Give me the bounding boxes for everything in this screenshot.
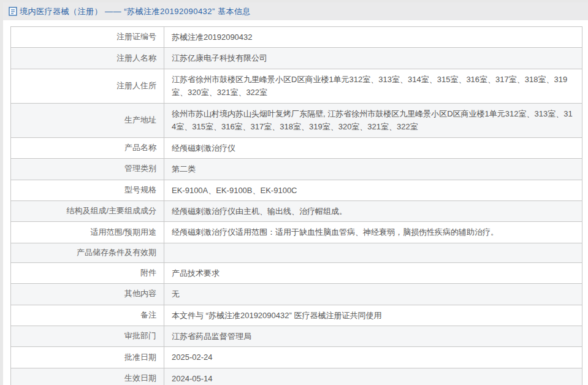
row-value: 产品技术要求 [164, 262, 582, 283]
row-structure-composition: 结构及组成/主要组成成分 经颅磁刺激治疗仪由主机、输出线、治疗帽组成。 [11, 200, 582, 221]
row-registration-number: 注册证编号 苏械注准20192090432 [11, 27, 582, 48]
registration-info-table: 注册证编号 苏械注准20192090432 注册人名称 江苏亿康电子科技有限公司… [10, 26, 582, 385]
row-storage-conditions: 产品储存条件及有效期 [11, 243, 582, 262]
row-model-spec: 型号规格 EK-9100A、EK-9100B、EK-9100C [11, 180, 582, 200]
row-value: 经颅磁刺激治疗仪 [164, 137, 582, 158]
row-label: 适用范围/预期用途 [11, 222, 164, 243]
row-value: 苏械注准20192090432 [164, 27, 582, 48]
row-label: 其他内容 [11, 284, 164, 305]
row-value: 经颅磁刺激治疗仪由主机、输出线、治疗帽组成。 [164, 200, 582, 221]
row-approval-date: 批准日期 2025-02-24 [11, 347, 582, 368]
row-approval-department: 审批部门 江苏省药品监督管理局 [11, 326, 582, 346]
page-header: 境内医疗器械（注册） —— “苏械注准20192090432” 基本信息 [3, 2, 588, 20]
row-label: 批准日期 [11, 347, 164, 368]
row-label: 注册证编号 [11, 27, 164, 48]
row-registrant-name: 注册人名称 江苏亿康电子科技有限公司 [11, 48, 582, 69]
row-value: 无 [164, 284, 582, 305]
row-value: EK-9100A、EK-9100B、EK-9100C [164, 180, 582, 200]
row-other-content: 其他内容 无 [11, 284, 582, 305]
row-label: 附件 [11, 262, 164, 283]
row-remarks: 备注 本文件与 “苏械注准20192090432” 医疗器械注册证共同使用 [11, 305, 582, 326]
row-effective-date: 生效日期 2024-05-14 [11, 368, 582, 385]
row-attachment: 附件 产品技术要求 [11, 262, 582, 283]
row-label: 管理类别 [11, 159, 164, 180]
content-card: 境内医疗器械（注册） —— “苏械注准20192090432” 基本信息 注册证… [3, 2, 588, 385]
row-value: 本文件与 “苏械注准20192090432” 医疗器械注册证共同使用 [164, 305, 582, 326]
row-label: 审批部门 [11, 326, 164, 346]
row-registrant-address: 注册人住所 江苏省徐州市鼓楼区九里峰景小区D区商业楼1单元312室、313室、3… [11, 69, 582, 103]
row-label: 产品储存条件及有效期 [11, 243, 164, 262]
row-value: 2024-05-14 [164, 368, 582, 385]
row-value [164, 243, 582, 262]
row-value: 经颅磁刺激治疗仪适用范围：适用于缺血性脑血管病、神经衰弱，脑损伤性疾病的辅助治疗… [164, 222, 582, 243]
row-intended-use: 适用范围/预期用途 经颅磁刺激治疗仪适用范围：适用于缺血性脑血管病、神经衰弱，脑… [11, 222, 582, 243]
row-label: 注册人住所 [11, 69, 164, 103]
row-label: 备注 [11, 305, 164, 326]
row-label: 生产地址 [11, 103, 164, 137]
row-label: 型号规格 [11, 180, 164, 200]
row-value: 江苏省徐州市鼓楼区九里峰景小区D区商业楼1单元312室、313室、314室、31… [164, 69, 582, 103]
row-value: 2025-02-24 [164, 347, 582, 368]
document-icon [9, 7, 17, 16]
row-product-name: 产品名称 经颅磁刺激治疗仪 [11, 137, 582, 158]
row-label: 结构及组成/主要组成成分 [11, 200, 164, 221]
row-value: 江苏省药品监督管理局 [164, 326, 582, 346]
row-label: 生效日期 [11, 368, 164, 385]
row-label: 注册人名称 [11, 48, 164, 69]
row-value: 徐州市苏山村境内苏山头烟叶复烤厂东隔壁, 江苏省徐州市鼓楼区九里峰景小区D区商业… [164, 103, 582, 137]
row-production-address: 生产地址 徐州市苏山村境内苏山头烟叶复烤厂东隔壁, 江苏省徐州市鼓楼区九里峰景小… [11, 103, 582, 137]
row-management-category: 管理类别 第二类 [11, 159, 582, 180]
row-label: 产品名称 [11, 137, 164, 158]
row-value: 江苏亿康电子科技有限公司 [164, 48, 582, 69]
row-value: 第二类 [164, 159, 582, 180]
page-title: 境内医疗器械（注册） —— “苏械注准20192090432” 基本信息 [20, 6, 251, 17]
